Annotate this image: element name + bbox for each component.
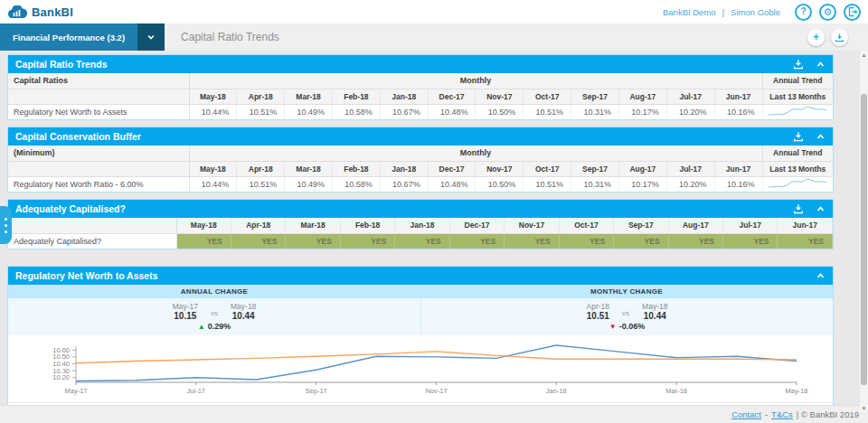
- month-header-cell: Jan-18: [380, 161, 428, 176]
- monthly-change-header: MONTHLY CHANGE: [420, 285, 833, 298]
- monthly-group-header: Monthly: [189, 146, 762, 161]
- footer-dash: -: [765, 409, 768, 419]
- month-header-cell: Nov-17: [505, 218, 559, 233]
- value-cell: 10.48%: [428, 176, 476, 192]
- chevron-up-icon: [816, 132, 826, 142]
- report-menu-dropdown[interactable]: Financial Performance (3.2): [0, 24, 165, 51]
- page-download-button[interactable]: [831, 29, 848, 46]
- adequately-capitalised-table: May-18Apr-18Mar-18Feb-18Jan-18Dec-17Nov-…: [8, 218, 833, 249]
- panel-collapse-button[interactable]: [816, 60, 826, 70]
- page-footer: Contact - T&Cs | © BankBI 2019: [0, 405, 868, 423]
- month-header-cell: Aug-17: [618, 89, 666, 104]
- capital-conservation-buffer-table: (Minimum) Monthly Annual Trend May-18Apr…: [8, 146, 833, 192]
- panel-collapse-button[interactable]: [816, 204, 826, 214]
- panel-collapse-button[interactable]: [816, 271, 826, 281]
- status-cell: YES: [559, 233, 613, 249]
- vertical-scrollbar[interactable]: ▴ ▾: [860, 51, 868, 412]
- month-header-cell: Jun-17: [714, 161, 762, 176]
- row-label: Regulatory Net Worth Ratio - 6.00%: [8, 176, 189, 192]
- panel-download-button[interactable]: [793, 203, 804, 214]
- logout-button[interactable]: [844, 4, 861, 21]
- empty-header-cell: [8, 89, 189, 104]
- side-panel-handle[interactable]: [0, 206, 12, 244]
- from-value: 10.51: [587, 311, 610, 321]
- value-cell: 10.31%: [571, 176, 619, 192]
- from-value: 10.15: [173, 311, 198, 321]
- panel-capital-conservation-buffer: Capital Conservation Buffer (Minimum) Mo…: [7, 127, 834, 193]
- bankbi-logo: BankBI: [7, 5, 73, 19]
- svg-text:Sep-17: Sep-17: [306, 387, 327, 395]
- month-header-cell: Nov-17: [476, 89, 524, 104]
- panel-title: Adequately Capitalised?: [15, 203, 126, 214]
- status-cell: YES: [505, 233, 559, 249]
- to-month: May-18: [231, 302, 256, 311]
- nav-bar: Financial Performance (3.2) Capital Rati…: [0, 24, 868, 51]
- panel-collapse-button[interactable]: [816, 132, 826, 142]
- table-corner-header: Capital Ratios: [8, 73, 189, 89]
- scrollbar-thumb[interactable]: [861, 94, 867, 385]
- report-menu-label: Financial Performance (3.2): [0, 24, 137, 51]
- download-icon: [793, 203, 804, 214]
- svg-text:May-17: May-17: [64, 387, 87, 395]
- account-name[interactable]: BankBI Demo: [663, 7, 716, 17]
- scroll-up-arrow-icon[interactable]: ▴: [860, 51, 868, 59]
- trend-subheader: Last 13 Months: [762, 89, 833, 104]
- cloud-chart-icon: [7, 5, 27, 19]
- month-header-cell: Mar-18: [286, 218, 340, 233]
- value-cell: 10.17%: [618, 104, 666, 119]
- monthly-change-block: MONTHLY CHANGE Apr-18 10.51 vs May-18 10…: [420, 285, 833, 335]
- svg-text:May-18: May-18: [785, 387, 807, 395]
- p2-month-row: May-18Apr-18Mar-18Feb-18Jan-18Dec-17Nov-…: [8, 161, 833, 176]
- month-header-cell: Nov-17: [476, 161, 524, 176]
- value-cell: 10.48%: [428, 104, 476, 119]
- gear-icon: ⚙: [824, 7, 833, 17]
- up-arrow-icon: ▲: [198, 323, 205, 331]
- annual-change-block: ANNUAL CHANGE May-17 10.15 vs May-18 10.…: [8, 285, 420, 335]
- month-header-cell: Sep-17: [571, 89, 619, 104]
- from-month: May-17: [173, 302, 198, 311]
- from-month: Apr-18: [587, 302, 610, 311]
- scroll-down-arrow-icon[interactable]: ▾: [860, 404, 868, 412]
- sparkline: [767, 105, 828, 117]
- chevron-up-icon: [816, 60, 826, 70]
- user-name[interactable]: Simon Goble: [731, 7, 780, 17]
- help-button[interactable]: ?: [795, 4, 812, 21]
- month-header-cell: Sep-17: [614, 218, 668, 233]
- svg-text:10.60: 10.60: [52, 346, 70, 354]
- status-cell: YES: [668, 233, 722, 249]
- value-cell: 10.51%: [524, 104, 571, 119]
- panel-download-button[interactable]: [793, 59, 804, 70]
- month-header-cell: Oct-17: [524, 89, 571, 104]
- month-header-cell: Feb-18: [332, 161, 380, 176]
- panel-download-button[interactable]: [793, 131, 804, 142]
- month-header-cell: Dec-17: [428, 89, 476, 104]
- status-cell: YES: [723, 233, 778, 249]
- value-cell: 10.20%: [666, 104, 714, 119]
- value-cell: 10.67%: [380, 104, 428, 119]
- row-label: Regulatory Net Worth to Assets: [8, 104, 189, 119]
- month-header-cell: Jul-17: [666, 161, 714, 176]
- value-cell: 10.44%: [189, 104, 237, 119]
- month-header-cell: Sep-17: [571, 161, 619, 176]
- dashboard-content: Capital Ratio Trends Capital Ratios Mont…: [0, 51, 868, 405]
- sparkline: [767, 177, 828, 189]
- sparkline-cell-1: [762, 104, 833, 119]
- status-cell: YES: [395, 233, 449, 249]
- plus-icon: +: [813, 32, 819, 42]
- month-header-cell: Oct-17: [559, 218, 613, 233]
- add-button[interactable]: +: [807, 29, 825, 46]
- table-corner-header: (Minimum): [8, 146, 189, 161]
- contact-link[interactable]: Contact: [731, 409, 761, 419]
- top-bar: BankBI BankBI Demo | Simon Goble ? ⚙: [0, 0, 868, 24]
- value-cell: 10.16%: [714, 176, 762, 192]
- value-cell: 10.20%: [666, 176, 714, 192]
- value-cell: 10.50%: [476, 104, 524, 119]
- settings-button[interactable]: ⚙: [819, 4, 836, 21]
- month-header-cell: Feb-18: [332, 89, 380, 104]
- value-cell: 10.51%: [237, 176, 285, 192]
- chevron-up-icon: [816, 204, 826, 214]
- value-cell: 10.51%: [237, 104, 285, 119]
- tandcs-link[interactable]: T&Cs: [771, 409, 793, 419]
- month-header-cell: Jun-17: [714, 89, 762, 104]
- value-cell: 10.31%: [571, 104, 619, 119]
